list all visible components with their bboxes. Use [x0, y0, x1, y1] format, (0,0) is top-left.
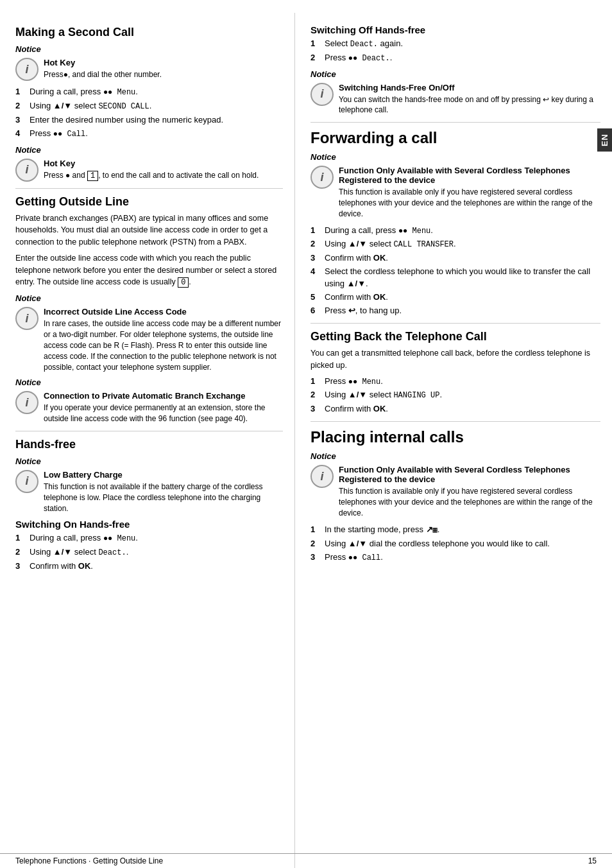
- step-item: 3Confirm with OK.: [15, 560, 283, 572]
- notice-label-2: Notice: [15, 145, 283, 155]
- step-item: 6Press ↩, to hang up.: [310, 305, 600, 317]
- notice-label-r3: Notice: [310, 451, 600, 461]
- step-text: Using ▲/▼ select HANGING UP.: [325, 389, 442, 401]
- section-placing-internal-title: Placing internal calls: [310, 428, 600, 446]
- notice-content-3: Incorrect Outside Line Access Code In ra…: [44, 307, 283, 372]
- step-num: 1: [310, 225, 321, 237]
- step-item: 2Using ▲/▼ dial the cordless telephone y…: [310, 538, 600, 550]
- notice-label-r1: Notice: [310, 69, 600, 79]
- step-num: 6: [310, 305, 321, 317]
- step-num: 1: [15, 86, 26, 98]
- notice-label-3: Notice: [15, 293, 283, 303]
- step-text: Press ●● Call.: [325, 551, 383, 564]
- notice-handsfreeonoff-text: You can switch the hands-free mode on an…: [339, 94, 600, 116]
- step-item: 3Confirm with OK.: [310, 403, 600, 415]
- step-item: 1Press ●● Menu.: [310, 376, 600, 388]
- step-text: Using ▲/▼ select SECOND CALL.: [30, 100, 151, 112]
- step-text: Confirm with OK.: [325, 252, 388, 264]
- right-column: Switching Off Hands-free 1Select Deact. …: [295, 13, 612, 868]
- step-num: 3: [15, 114, 26, 126]
- step-item: 3Confirm with OK.: [310, 252, 600, 264]
- notice-box-battery: i Low Battery Charge This function is no…: [15, 470, 283, 514]
- step-text: Press ↩, to hang up.: [325, 305, 402, 317]
- step-num: 1: [15, 532, 26, 544]
- notice-box-pabx: i Connection to Private Automatic Branch…: [15, 391, 283, 424]
- footer-left: Telephone Functions · Getting Outside Li…: [15, 856, 163, 865]
- notice-icon-3: i: [15, 307, 38, 330]
- notice-label-5: Notice: [15, 456, 283, 466]
- step-text: Select Deact. again.: [325, 38, 403, 50]
- step-item: 3Press ●● Call.: [310, 551, 600, 564]
- language-tab: EN: [597, 128, 612, 152]
- notice-box-handsfreeonoff: i Switching Hands-Free On/Off You can sw…: [310, 83, 600, 116]
- step-item: 4Press ●● Call.: [15, 128, 283, 140]
- notice-icon-r2: i: [310, 166, 334, 189]
- notice-content-5: Low Battery Charge This function is not …: [44, 470, 283, 514]
- steps-switching-off: 1Select Deact. again. 2Press ●● Deact..: [310, 38, 600, 64]
- notice-battery-title: Low Battery Charge: [44, 470, 283, 480]
- step-text: During a call, press ●● Menu.: [30, 532, 138, 544]
- step-item: 1During a call, press ●● Menu.: [15, 86, 283, 98]
- steps-second-call: 1During a call, press ●● Menu. 2Using ▲/…: [15, 86, 283, 140]
- section-getting-back-title: Getting Back the Telephone Call: [310, 330, 600, 343]
- notice-box-internal: i Function Only Available with Several C…: [310, 465, 600, 518]
- notice-forwarding-title: Function Only Available with Several Cor…: [339, 166, 600, 185]
- step-num: 3: [15, 560, 26, 572]
- step-num: 3: [310, 403, 321, 415]
- steps-getting-back: 1Press ●● Menu. 2Using ▲/▼ select HANGIN…: [310, 376, 600, 415]
- notice-box-hotkey1: i Hot Key Press●, and dial the other num…: [15, 58, 283, 81]
- notice-content-2: Hot Key Press ● and 1, to end the call a…: [44, 159, 283, 182]
- step-text: During a call, press ●● Menu.: [30, 86, 138, 98]
- step-num: 3: [310, 252, 321, 264]
- notice-content-r3: Function Only Available with Several Cor…: [339, 465, 600, 518]
- step-num: 2: [15, 100, 26, 112]
- notice-content-r1: Switching Hands-Free On/Off You can swit…: [339, 83, 600, 116]
- step-item: 1Select Deact. again.: [310, 38, 600, 50]
- notice-icon-r3: i: [310, 465, 334, 488]
- notice-box-incorrect: i Incorrect Outside Line Access Code In …: [15, 307, 283, 372]
- notice-battery-text: This function is not available if the ba…: [44, 482, 283, 514]
- notice-hotkey1-text: Press●, and dial the other number.: [44, 69, 283, 80]
- step-text: Press ●● Menu.: [325, 376, 383, 388]
- step-text: Press ●● Deact..: [325, 52, 392, 64]
- step-text: During a call, press ●● Menu.: [325, 225, 433, 237]
- step-num: 5: [310, 291, 321, 303]
- section-hands-free-title: Hands-free: [15, 438, 283, 451]
- notice-hotkey2-text: Press ● and 1, to end the call and to ac…: [44, 170, 283, 182]
- notice-label-r2: Notice: [310, 152, 600, 162]
- notice-content-4: Connection to Private Automatic Branch E…: [44, 391, 283, 424]
- step-item: 5Confirm with OK.: [310, 291, 600, 303]
- outside-line-body2: Enter the outside line access code with …: [15, 252, 283, 289]
- steps-switching-on: 1During a call, press ●● Menu. 2Using ▲/…: [15, 532, 283, 572]
- step-num: 2: [15, 546, 26, 559]
- step-num: 4: [15, 128, 26, 140]
- getting-back-body: You can get a transmitted telephone call…: [310, 347, 600, 372]
- notice-content-1: Hot Key Press●, and dial the other numbe…: [44, 58, 283, 80]
- notice-box-hotkey2: i Hot Key Press ● and 1, to end the call…: [15, 159, 283, 182]
- step-num: 2: [310, 538, 321, 550]
- step-item: 2Using ▲/▼ select SECOND CALL.: [15, 100, 283, 112]
- section-switching-off-title: Switching Off Hands-free: [310, 24, 600, 35]
- footer-right: 15: [588, 856, 597, 865]
- footer: Telephone Functions · Getting Outside Li…: [0, 853, 612, 868]
- step-item: 4Select the cordless telephone to which …: [310, 266, 600, 289]
- section-outside-line-title: Getting Outside Line: [15, 195, 283, 209]
- outside-line-body1: Private branch exchanges (PABX) are typi…: [15, 213, 283, 248]
- notice-pabx-title: Connection to Private Automatic Branch E…: [44, 391, 283, 401]
- notice-pabx-text: If you operate your device permanently a…: [44, 403, 283, 424]
- notice-icon-r1: i: [310, 83, 334, 106]
- notice-box-forwarding: i Function Only Available with Several C…: [310, 166, 600, 219]
- step-num: 4: [310, 266, 321, 289]
- step-num: 2: [310, 389, 321, 401]
- notice-label-4: Notice: [15, 378, 283, 387]
- notice-internal-title: Function Only Available with Several Cor…: [339, 465, 600, 484]
- step-text: Press ●● Call.: [30, 128, 88, 140]
- step-item: 3Enter the desired number using the nume…: [15, 114, 283, 126]
- notice-forwarding-text: This function is available only if you h…: [339, 187, 600, 219]
- notice-incorrect-title: Incorrect Outside Line Access Code: [44, 307, 283, 317]
- step-text: Using ▲/▼ select Deact..: [30, 546, 128, 559]
- step-num: 1: [310, 38, 321, 50]
- notice-label-1: Notice: [15, 44, 283, 54]
- step-text: Enter the desired number using the numer…: [30, 114, 223, 126]
- notice-handsfreeonoff-title: Switching Hands-Free On/Off: [339, 83, 600, 92]
